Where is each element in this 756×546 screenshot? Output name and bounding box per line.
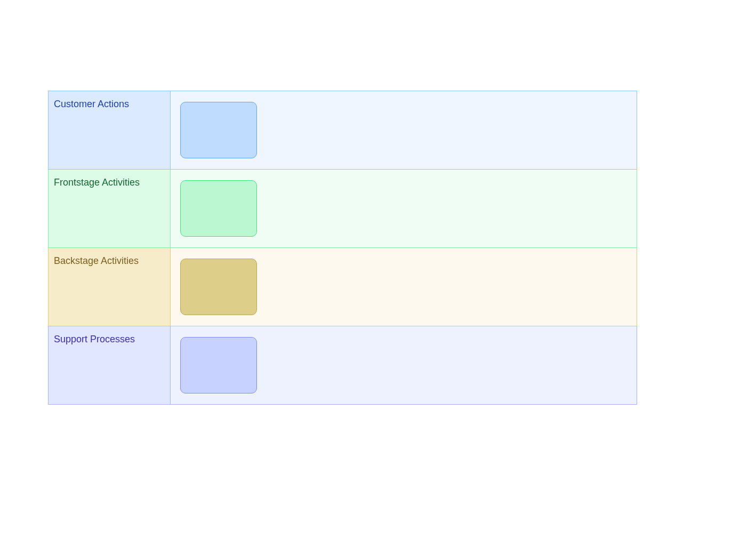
lane-content-support-processes[interactable] (171, 326, 637, 405)
activity-box-backstage[interactable] (180, 259, 257, 315)
lane-customer-actions: Customer Actions (48, 91, 637, 170)
activity-box-support[interactable] (180, 337, 257, 394)
activity-box-frontstage[interactable] (180, 180, 257, 237)
lane-content-backstage-activities[interactable] (171, 248, 637, 326)
lane-frontstage-activities: Frontstage Activities (48, 170, 637, 248)
lane-content-frontstage-activities[interactable] (171, 170, 637, 248)
lane-content-customer-actions[interactable] (171, 91, 637, 170)
lane-label-customer-actions: Customer Actions (48, 91, 171, 170)
lane-backstage-activities: Backstage Activities (48, 248, 637, 326)
lane-support-processes: Support Processes (48, 326, 637, 405)
activity-box-customer[interactable] (180, 102, 257, 158)
lane-label-support-processes: Support Processes (48, 326, 171, 405)
lane-label-frontstage-activities: Frontstage Activities (48, 170, 171, 248)
lane-label-backstage-activities: Backstage Activities (48, 248, 171, 326)
service-blueprint: Customer Actions Frontstage Activities B… (48, 91, 637, 405)
